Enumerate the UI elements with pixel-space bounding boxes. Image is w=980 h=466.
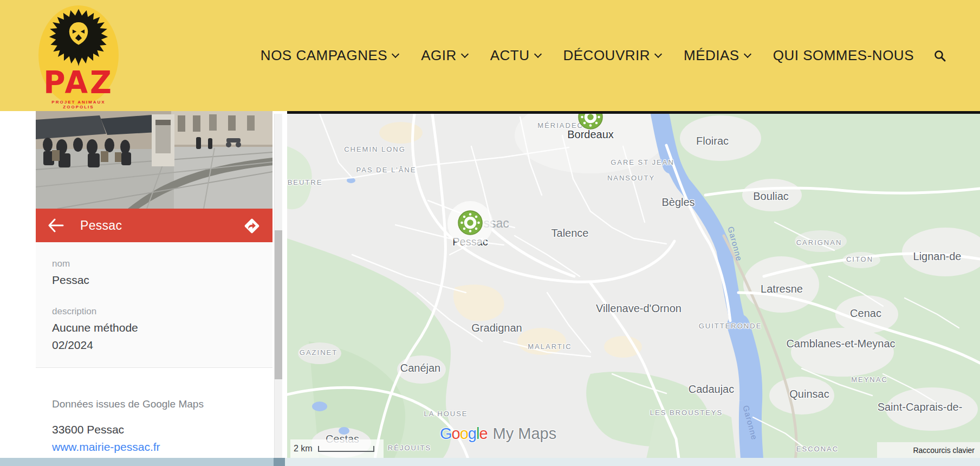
map-scale-control: 2 km — [290, 439, 384, 458]
nav-item-nos-campagnes[interactable]: NOS CAMPAGNES — [261, 47, 398, 64]
map-markers-layer — [287, 114, 980, 466]
chevron-down-icon — [654, 50, 662, 57]
website-link[interactable]: www.mairie-pessac.fr — [52, 441, 160, 454]
nav-item-d-couvrir[interactable]: DÉCOUVRIR — [563, 47, 661, 64]
google-logo-letter: G — [440, 425, 452, 442]
google-logo-letter: o — [452, 425, 460, 442]
search-button[interactable] — [933, 49, 946, 62]
chevron-down-icon — [461, 50, 469, 57]
nav-item-label: MÉDIAS — [684, 47, 739, 64]
place-photo — [36, 111, 272, 209]
google-logo-letter: o — [460, 425, 468, 442]
nav-item-label: NOS CAMPAGNES — [261, 47, 387, 64]
page-horizontal-scrollbar[interactable] — [0, 458, 980, 466]
google-mymaps-logo[interactable]: Google My Maps — [440, 425, 556, 443]
nav-item-label: DÉCOUVRIR — [563, 47, 651, 64]
nav-item-agir[interactable]: AGIR — [421, 47, 468, 64]
panel-title: Pessac — [80, 218, 122, 233]
share-button[interactable] — [241, 215, 263, 239]
google-logo-letter: g — [468, 425, 476, 442]
magnifier-icon — [933, 49, 946, 62]
back-button[interactable] — [48, 218, 64, 232]
panel-bottom-section: Données issues de Google Maps 33600 Pess… — [36, 368, 272, 458]
place-info-panel: Pessac nom Pessac description Aucune mét… — [36, 111, 272, 458]
share-diamond-icon — [241, 215, 263, 237]
google-logo-letter: e — [479, 425, 487, 442]
chevron-down-icon — [744, 50, 751, 57]
map-marker-bordeaux[interactable] — [577, 114, 603, 132]
map-canvas[interactable]: BordeauxPessacPessacMÉRIADECKCHEMIN LONG… — [287, 114, 980, 466]
keyboard-shortcuts-control[interactable]: Raccourcis clavier — [877, 442, 980, 458]
nav-item-label: AGIR — [421, 47, 457, 64]
field-value-nom: Pessac — [52, 274, 89, 287]
panel-titlebar: Pessac — [36, 209, 272, 242]
chevron-down-icon — [534, 50, 541, 57]
map-scale-label: 2 km — [294, 444, 313, 454]
field-label-nom: nom — [52, 258, 70, 269]
place-address: 33600 Pessac — [52, 423, 124, 436]
nav-item-actu[interactable]: ACTU — [490, 47, 541, 64]
nav-menu: NOS CAMPAGNESAGIRACTUDÉCOUVRIRMÉDIASQUI … — [261, 47, 914, 64]
arrow-left-icon — [48, 218, 64, 232]
field-label-description: description — [52, 306, 96, 317]
lion-icon — [45, 8, 112, 72]
data-attribution: Données issues de Google Maps — [52, 398, 204, 410]
logo-brand-text: PAZ — [37, 64, 120, 100]
nav-item-label: ACTU — [490, 47, 530, 64]
keyboard-shortcuts-label: Raccourcis clavier — [913, 446, 975, 455]
nav-item-m-dias[interactable]: MÉDIAS — [684, 47, 750, 64]
google-logo-word: Google — [440, 425, 488, 443]
logo-tagline: PROJET ANIMAUX ZOOPOLIS — [37, 100, 120, 109]
panel-scrollbar[interactable] — [274, 114, 282, 458]
map-scale-bar — [318, 446, 374, 452]
scrollbar-corner — [274, 458, 285, 466]
field-value-description-line1: Aucune méthode — [52, 321, 138, 334]
page-horizontal-scrollbar-thumb[interactable] — [0, 458, 274, 466]
paz-logo[interactable]: PAZ PROJET ANIMAUX ZOOPOLIS — [37, 4, 120, 107]
mymaps-label: My Maps — [493, 425, 557, 443]
nav-item-label: QUI SOMMES-NOUS — [773, 47, 914, 64]
panel-scrollbar-thumb[interactable] — [275, 230, 282, 379]
nav-item-qui-sommes-nous[interactable]: QUI SOMMES-NOUS — [773, 47, 914, 64]
field-value-description-line2: 02/2024 — [52, 339, 93, 352]
site-header: PAZ PROJET ANIMAUX ZOOPOLIS NOS CAMPAGNE… — [0, 0, 980, 111]
map-marker-pessac[interactable] — [457, 210, 483, 238]
panel-fields: nom Pessac description Aucune méthode 02… — [36, 242, 272, 368]
page: PAZ PROJET ANIMAUX ZOOPOLIS NOS CAMPAGNE… — [0, 0, 980, 466]
chevron-down-icon — [392, 50, 399, 57]
